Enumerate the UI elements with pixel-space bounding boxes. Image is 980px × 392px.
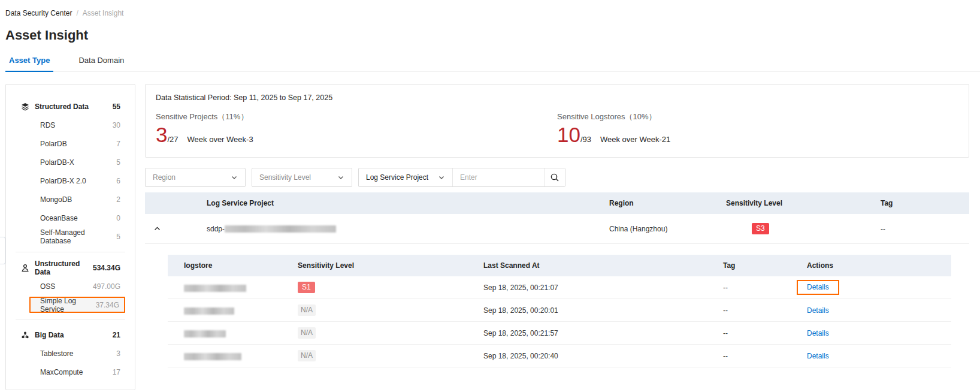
stat-value: 3 — [156, 123, 167, 147]
project-sensitivity-cell: S3 — [716, 223, 863, 234]
sensitivity-badge-na: N/A — [298, 350, 316, 361]
last-scanned-cell: Sep 18, 2025, 00:21:07 — [473, 284, 713, 292]
col-tag: Tag — [863, 199, 969, 207]
details-link[interactable]: Details — [807, 329, 829, 337]
breadcrumb: Data Security Center/Asset Insight — [0, 0, 980, 17]
chevron-up-icon — [153, 225, 161, 233]
sidebar-group-structured-data[interactable]: Structured Data 55 — [6, 97, 135, 116]
breadcrumb-separator: / — [76, 9, 78, 17]
logstore-actions-cell: Details — [797, 306, 951, 315]
sidebar-item-polardb-x[interactable]: PolarDB-X 5 — [6, 153, 135, 171]
chevron-down-icon — [231, 174, 238, 181]
search-category-label: Log Service Project — [366, 173, 428, 182]
sidebar-item-count: 3 — [116, 349, 120, 358]
sidebar-group-label: Unstructured Data — [35, 260, 93, 276]
sidebar-item-count: 0 — [116, 214, 120, 222]
sidebar-item-self-managed-database[interactable]: Self-Managed Database 5 — [6, 227, 135, 246]
logstore-row: N/A Sep 18, 2025, 00:20:01 -- Details — [168, 299, 951, 322]
search-input[interactable] — [453, 168, 544, 186]
details-link[interactable]: Details — [807, 306, 829, 315]
statistical-period: Data Statistical Period: Sep 11, 2025 to… — [156, 94, 958, 102]
sidebar-item-mongodb[interactable]: MongoDB 2 — [6, 190, 135, 209]
sidebar-item-count: 2 — [116, 195, 120, 204]
sensitivity-badge-s3: S3 — [752, 223, 769, 234]
tab-bar: Asset Type Data Domain — [5, 56, 980, 72]
logstore-sensitivity-cell: N/A — [288, 350, 473, 361]
search-category-select[interactable]: Log Service Project — [359, 168, 453, 186]
col-actions: Actions — [797, 261, 951, 270]
redacted-logstore-name — [184, 330, 226, 337]
sidebar-item-label: OSS — [40, 282, 55, 291]
content-layout: Structured Data 55 RDS 30 PolarDB 7 Pola… — [5, 84, 969, 390]
last-scanned-cell: Sep 18, 2025, 00:20:40 — [473, 352, 713, 360]
logstore-tag-cell: -- — [713, 352, 797, 360]
sidebar-item-polardb-x-20[interactable]: PolarDB-X 2.0 6 — [6, 171, 135, 190]
expanded-logstore-section: logstore Sensitivity Level Last Scanned … — [145, 244, 969, 367]
sidebar-item-label: PolarDB — [40, 140, 67, 148]
sidebar-group-unstructured-data[interactable]: Unstructured Data 534.34G — [6, 258, 135, 277]
project-row: sddp- China (Hangzhou) S3 -- — [145, 214, 969, 244]
logstore-actions-cell: Details — [797, 329, 951, 337]
sidebar-group-count: 534.34G — [93, 264, 120, 272]
sensitivity-level-select[interactable]: Sensitivity Level — [252, 168, 352, 187]
sensitivity-badge-na: N/A — [298, 327, 316, 339]
region-select-label: Region — [153, 173, 176, 182]
stat-sensitive-logstores: Sensitive Logstores（10%） 10 /93 Week ove… — [557, 111, 958, 147]
search-icon — [550, 173, 559, 182]
stat-week-over-week: Week over Week-21 — [600, 135, 670, 144]
logstore-name-cell — [168, 306, 288, 315]
tab-data-domain[interactable]: Data Domain — [75, 56, 128, 71]
sidebar-item-maxcompute[interactable]: MaxCompute 17 — [6, 363, 135, 381]
search-button[interactable] — [544, 168, 565, 186]
sidebar-item-count: 30 — [113, 121, 120, 129]
details-link[interactable]: Details — [807, 283, 829, 291]
logstore-name-cell — [168, 284, 288, 292]
details-link[interactable]: Details — [807, 352, 829, 360]
sidebar-item-rds[interactable]: RDS 30 — [6, 116, 135, 134]
sensitivity-select-label: Sensitivity Level — [259, 173, 311, 182]
stat-week-over-week: Week over Week-3 — [187, 135, 253, 144]
sidebar-item-count: 7 — [116, 140, 120, 148]
sidebar-item-label: Tablestore — [40, 349, 73, 358]
sidebar-item-tablestore[interactable]: Tablestore 3 — [6, 344, 135, 363]
logstore-name-cell — [168, 329, 288, 337]
stat-label: Sensitive Logstores（10%） — [557, 111, 958, 122]
stat-sensitive-projects: Sensitive Projects（11%） 3 /27 Week over … — [156, 111, 557, 147]
sidebar-item-label: Simple Log Service — [40, 297, 96, 313]
project-tag-cell: -- — [863, 225, 969, 233]
sidebar-item-label: Self-Managed Database — [40, 228, 116, 245]
sidebar-item-label: RDS — [40, 121, 55, 129]
breadcrumb-root[interactable]: Data Security Center — [5, 9, 72, 17]
sidebar-item-oceanbase[interactable]: OceanBase 0 — [6, 209, 135, 227]
logstore-tag-cell: -- — [713, 284, 797, 292]
col-logstore: logstore — [168, 261, 288, 270]
redacted-logstore-name — [184, 285, 246, 292]
sidebar-item-label: PolarDB-X — [40, 158, 74, 167]
sidebar-collapse-handle[interactable] — [0, 237, 5, 264]
redacted-project-name — [225, 225, 336, 233]
sidebar-item-label: PolarDB-X 2.0 — [40, 177, 86, 185]
sidebar-group-label: Structured Data — [35, 102, 89, 111]
project-name-cell: sddp- — [169, 225, 599, 233]
sidebar-item-polardb[interactable]: PolarDB 7 — [6, 134, 135, 153]
chevron-down-icon — [438, 174, 445, 181]
asset-type-sidebar: Structured Data 55 RDS 30 PolarDB 7 Pola… — [5, 84, 135, 390]
region-select[interactable]: Region — [145, 168, 246, 187]
sidebar-divider — [16, 319, 125, 319]
search-group: Log Service Project — [358, 168, 565, 187]
last-scanned-cell: Sep 18, 2025, 00:21:57 — [473, 329, 713, 337]
chevron-down-icon — [337, 174, 344, 181]
stat-denominator: /27 — [167, 135, 178, 144]
sidebar-item-count: 17 — [113, 368, 120, 376]
sidebar-item-simple-log-service[interactable]: Simple Log Service 37.34G — [29, 297, 125, 313]
sidebar-item-oss[interactable]: OSS 497.00G — [6, 277, 135, 295]
logstore-sensitivity-cell: N/A — [288, 327, 473, 339]
sensitivity-badge-s1: S1 — [298, 282, 315, 293]
tab-asset-type[interactable]: Asset Type — [5, 56, 53, 72]
sidebar-group-big-data[interactable]: Big Data 21 — [6, 325, 135, 344]
sidebar-item-count: 37.34G — [96, 301, 119, 309]
col-sensitivity-level: Sensitivity Level — [716, 199, 863, 207]
stat-label: Sensitive Projects（11%） — [156, 111, 557, 122]
project-name-prefix: sddp- — [207, 225, 225, 233]
collapse-row-button[interactable] — [145, 225, 169, 233]
